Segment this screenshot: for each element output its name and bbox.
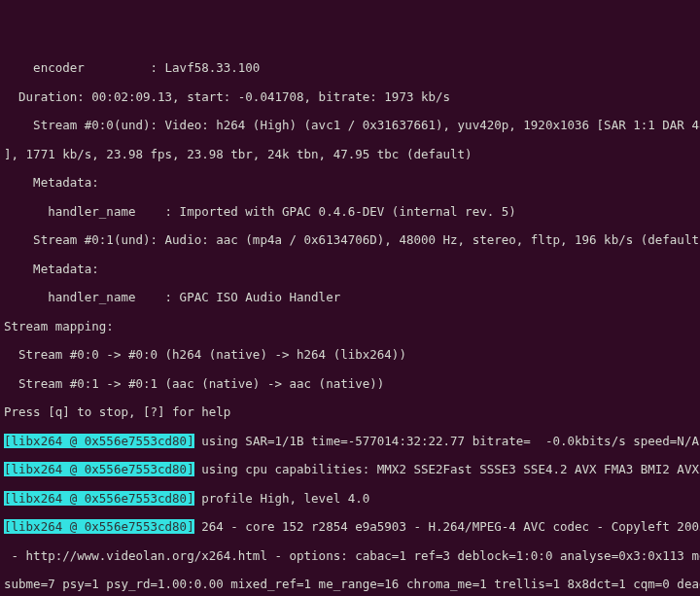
log-line: Stream #0:0(und): Video: h264 (High) (av…	[4, 119, 696, 133]
log-line: Stream #0:0 -> #0:0 (h264 (native) -> h2…	[4, 348, 696, 363]
log-line: Press [q] to stop, [?] for help	[4, 405, 696, 420]
log-line: subme=7 psy=1 psy_rd=1.00:0.00 mixed_ref…	[4, 578, 696, 592]
libx264-tag: [libx264 @ 0x556e7553cd80]	[4, 519, 194, 534]
log-text: using cpu capabilities: MMX2 SSE2Fast SS…	[194, 462, 700, 476]
log-line: [libx264 @ 0x556e7553cd80] using SAR=1/1…	[4, 435, 696, 449]
log-line: Duration: 00:02:09.13, start: -0.041708,…	[4, 90, 696, 105]
log-line: Stream mapping:	[4, 320, 696, 334]
log-line: Metadata:	[4, 176, 696, 191]
log-text: 264 - core 152 r2854 e9a5903 - H.264/MPE…	[194, 519, 700, 534]
log-line: [libx264 @ 0x556e7553cd80] using cpu cap…	[4, 463, 696, 477]
libx264-tag: [libx264 @ 0x556e7553cd80]	[4, 462, 194, 476]
log-line: Metadata:	[4, 263, 696, 277]
log-line: [libx264 @ 0x556e7553cd80] 264 - core 15…	[4, 520, 696, 535]
log-line: Stream #0:1(und): Audio: aac (mp4a / 0x6…	[4, 233, 696, 248]
log-text: using SAR=1/1B time=-577014:32:22.77 bit…	[194, 434, 699, 448]
log-line: Stream #0:1 -> #0:1 (aac (native) -> aac…	[4, 377, 696, 392]
log-line: - http://www.videolan.org/x264.html - op…	[4, 549, 696, 564]
log-line: handler_name : Imported with GPAC 0.4.6-…	[4, 205, 696, 220]
libx264-tag: [libx264 @ 0x556e7553cd80]	[4, 491, 194, 506]
log-text: profile High, level 4.0	[194, 491, 370, 506]
log-line: encoder : Lavf58.33.100	[4, 61, 696, 76]
log-line: [libx264 @ 0x556e7553cd80] profile High,…	[4, 492, 696, 507]
libx264-tag: [libx264 @ 0x556e7553cd80]	[4, 434, 194, 448]
log-line: handler_name : GPAC ISO Audio Handler	[4, 291, 696, 305]
log-line: ], 1771 kb/s, 23.98 fps, 23.98 tbr, 24k …	[4, 148, 696, 162]
